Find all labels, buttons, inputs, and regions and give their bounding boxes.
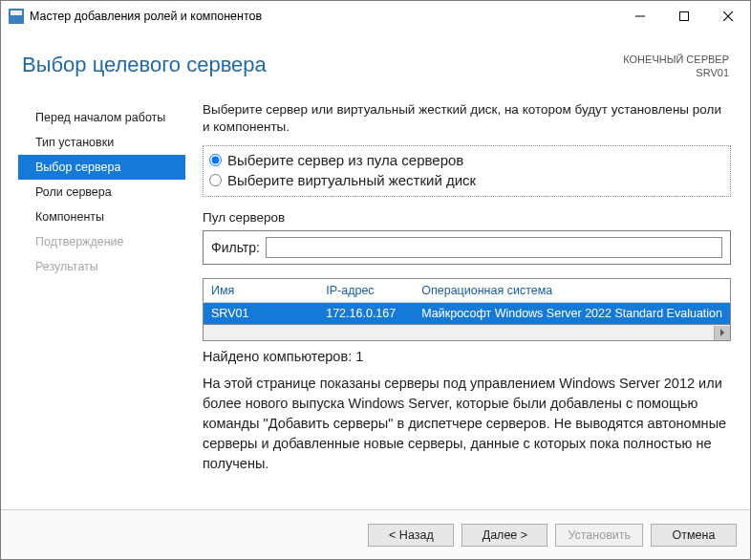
- minimize-button[interactable]: [618, 1, 662, 32]
- radio-label: Выберите сервер из пула серверов: [227, 152, 463, 168]
- sidebar-step-3[interactable]: Роли сервера: [18, 180, 185, 205]
- back-button[interactable]: < Назад: [368, 524, 454, 547]
- sidebar-step-0[interactable]: Перед началом работы: [18, 105, 185, 130]
- col-name[interactable]: Имя: [204, 279, 319, 303]
- sidebar-step-6: Результаты: [18, 254, 185, 279]
- destination-info: КОНЕЧНЫЙ СЕРВЕР SRV01: [623, 53, 729, 80]
- destination-value: SRV01: [623, 66, 729, 79]
- sidebar-step-5: Подтверждение: [18, 229, 185, 254]
- app-icon: [9, 9, 24, 24]
- svg-rect-1: [680, 12, 689, 21]
- filter-box: Фильтр:: [203, 230, 731, 265]
- destination-label: КОНЕЧНЫЙ СЕРВЕР: [623, 53, 729, 66]
- window-title: Мастер добавления ролей и компонентов: [30, 10, 262, 23]
- filter-label: Фильтр:: [211, 240, 260, 255]
- header: Выбор целевого сервера КОНЕЧНЫЙ СЕРВЕР S…: [1, 32, 750, 90]
- next-button[interactable]: Далее >: [461, 524, 547, 547]
- cell-os: Майкрософт Windows Server 2022 Standard …: [414, 303, 730, 325]
- page-title: Выбор целевого сервера: [22, 53, 267, 77]
- main-panel: Выберите сервер или виртуальный жесткий …: [185, 99, 733, 502]
- radio-virtual-disk-input[interactable]: [209, 174, 222, 186]
- server-table[interactable]: Имя IP-адрес Операционная система SRV011…: [203, 278, 731, 325]
- cell-name: SRV01: [204, 303, 319, 325]
- wizard-footer: < Назад Далее > Установить Отмена: [1, 509, 750, 559]
- server-pool-label: Пул серверов: [203, 210, 731, 225]
- maximize-button[interactable]: [662, 1, 706, 32]
- radio-label: Выберите виртуальный жесткий диск: [227, 172, 476, 188]
- sidebar-step-2[interactable]: Выбор сервера: [18, 155, 185, 180]
- sidebar-step-1[interactable]: Тип установки: [18, 130, 185, 155]
- window-controls: [618, 1, 750, 32]
- sidebar-step-4[interactable]: Компоненты: [18, 205, 185, 229]
- titlebar: Мастер добавления ролей и компонентов: [1, 1, 750, 32]
- filter-input[interactable]: [266, 237, 722, 258]
- radio-virtual-disk[interactable]: Выберите виртуальный жесткий диск: [209, 170, 724, 190]
- cancel-button[interactable]: Отмена: [651, 524, 737, 547]
- close-button[interactable]: [706, 1, 750, 32]
- instruction-text: Выберите сервер или виртуальный жесткий …: [203, 101, 731, 136]
- col-ip[interactable]: IP-адрес: [318, 279, 414, 303]
- table-row[interactable]: SRV01172.16.0.167Майкрософт Windows Serv…: [204, 303, 731, 325]
- radio-server-pool-input[interactable]: [209, 154, 222, 166]
- wizard-steps-sidebar: Перед началом работыТип установкиВыбор с…: [18, 99, 185, 502]
- col-os[interactable]: Операционная система: [414, 279, 730, 303]
- table-horizontal-scrollbar[interactable]: [203, 325, 731, 341]
- page-description: На этой странице показаны серверы под уп…: [203, 374, 731, 474]
- scroll-right-arrow-icon[interactable]: [714, 326, 730, 340]
- selection-mode-group: Выберите сервер из пула серверов Выберит…: [203, 145, 731, 197]
- cell-ip: 172.16.0.167: [318, 303, 414, 325]
- install-button[interactable]: Установить: [555, 524, 643, 547]
- found-count: Найдено компьютеров: 1: [203, 349, 731, 364]
- radio-server-pool[interactable]: Выберите сервер из пула серверов: [209, 150, 724, 170]
- wizard-body: Перед началом работыТип установкиВыбор с…: [1, 90, 750, 509]
- wizard-dialog: Мастер добавления ролей и компонентов Вы…: [0, 0, 751, 560]
